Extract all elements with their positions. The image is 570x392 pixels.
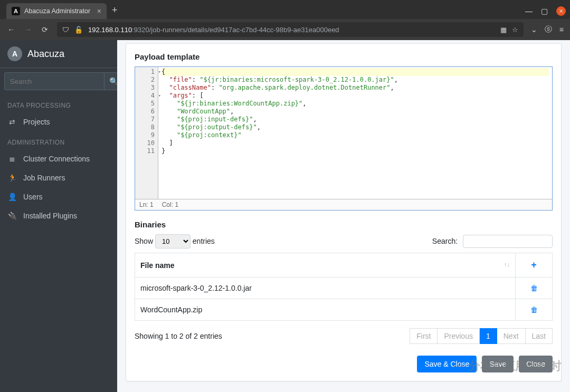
sidebar-item-users[interactable]: 👤Users <box>0 187 117 206</box>
tab-close-icon[interactable]: × <box>97 7 101 15</box>
col-add[interactable]: + <box>516 253 553 278</box>
editor-statusbar: Ln: 1 Col: 1 <box>135 199 552 210</box>
datatable-info: Showing 1 to 2 of 2 entries <box>135 332 222 340</box>
new-tab-button[interactable]: + <box>112 5 118 16</box>
editor-line-status: Ln: 1 <box>139 201 154 208</box>
file-name-cell: WordCountApp.zip <box>135 299 516 321</box>
show-label-pre: Show <box>135 237 153 245</box>
trash-icon: 🗑 <box>530 305 538 314</box>
details-panel: Payload template 1234567891011 { "file":… <box>126 43 562 381</box>
sidebar-item-label: Installed Plugins <box>23 212 77 220</box>
window-maximize-icon[interactable]: ▢ <box>541 7 548 15</box>
lock-insecure-icon[interactable]: 🔓 <box>74 26 83 34</box>
sidebar-item-installed-plugins[interactable]: 🔌Installed Plugins <box>0 206 117 225</box>
pager-first[interactable]: First <box>410 328 438 344</box>
datatable-controls: Show 10 entries Search: <box>135 234 553 248</box>
nav-forward-icon[interactable]: → <box>23 25 33 34</box>
datatable-search-input[interactable] <box>463 235 553 248</box>
window-minimize-icon[interactable]: — <box>525 7 533 15</box>
sidebar-item-cluster-connections[interactable]: ≣Cluster Connections <box>0 149 117 168</box>
delete-button[interactable]: 🗑 <box>516 278 553 299</box>
sidebar-item-label: Users <box>23 193 43 201</box>
pager-prev[interactable]: Previous <box>438 328 479 344</box>
editor-code[interactable]: { "file": "${jr:binaries:microsoft-spark… <box>158 67 552 199</box>
sidebar-search-input[interactable] <box>4 72 104 90</box>
pager-page-1[interactable]: 1 <box>480 328 497 344</box>
account-icon[interactable]: ⓢ <box>545 25 552 34</box>
runner-icon: 🏃 <box>7 174 17 182</box>
sidebar-item-label: Projects <box>23 118 50 126</box>
bookmark-star-icon[interactable]: ☆ <box>512 26 518 34</box>
favicon: A <box>12 7 20 15</box>
qr-icon[interactable]: ▦ <box>500 26 507 34</box>
plug-icon: 🔌 <box>7 212 17 220</box>
footer-buttons: Save & Close Save Close <box>135 356 553 372</box>
brand-name: Abacuza <box>27 49 64 60</box>
payload-template-heading: Payload template <box>135 52 553 61</box>
browser-toolbar: ← → ⟳ 🛡 🔓 192.168.0.110:9320/job-runners… <box>0 19 570 40</box>
save-close-button[interactable]: Save & Close <box>417 356 477 372</box>
menu-icon[interactable]: ≡ <box>559 25 564 34</box>
share-icon: ⇄ <box>7 118 17 126</box>
main-content: Payload template 1234567891011 { "file":… <box>117 40 570 392</box>
sidebar-item-job-runners[interactable]: 🏃Job Runners <box>0 168 117 187</box>
stack-icon: ≣ <box>7 155 17 163</box>
browser-titlebar: A Abacuza Administrator × + — ▢ × <box>0 0 570 19</box>
nav-reload-icon[interactable]: ⟳ <box>40 25 50 34</box>
sidebar-item-projects[interactable]: ⇄Projects <box>0 112 117 131</box>
binaries-heading: Binaries <box>135 220 553 229</box>
col-filename[interactable]: File name <box>135 253 516 278</box>
shield-icon[interactable]: 🛡 <box>62 26 69 34</box>
brand[interactable]: A Abacuza <box>0 40 117 68</box>
pager: First Previous 1 Next Last <box>410 328 553 344</box>
plus-icon: + <box>531 260 537 270</box>
table-row: microsoft-spark-3-0_2.12-1.0.0.jar🗑 <box>135 278 553 299</box>
sidebar-heading: DATA PROCESSING <box>0 94 117 112</box>
pocket-icon[interactable]: ⌄ <box>531 25 537 34</box>
nav-back-icon[interactable]: ← <box>6 25 16 34</box>
search-label: Search: <box>432 237 458 245</box>
app-sidebar: A Abacuza 🔍 DATA PROCESSING⇄ProjectsADMI… <box>0 40 117 392</box>
editor-gutter: 1234567891011 <box>135 67 158 199</box>
sidebar-item-label: Job Runners <box>23 174 65 182</box>
file-name-cell: microsoft-spark-3-0_2.12-1.0.0.jar <box>135 278 516 299</box>
save-button[interactable]: Save <box>482 356 514 372</box>
table-row: WordCountApp.zip🗑 <box>135 299 553 321</box>
sidebar-heading: ADMINISTRATION <box>0 131 117 149</box>
editor-col-status: Col: 1 <box>162 201 178 208</box>
browser-tab[interactable]: A Abacuza Administrator × <box>6 3 107 19</box>
sidebar-item-label: Cluster Connections <box>23 155 90 163</box>
pager-last[interactable]: Last <box>526 328 553 344</box>
search-icon: 🔍 <box>109 77 118 85</box>
url-bar[interactable]: 🛡 🔓 192.168.0.110:9320/job-runners/detai… <box>57 22 524 37</box>
url-host: 192.168.0.110 <box>88 26 132 34</box>
pager-next[interactable]: Next <box>497 328 526 344</box>
delete-button[interactable]: 🗑 <box>516 299 553 321</box>
tab-title: Abacuza Administrator <box>24 7 93 15</box>
binaries-table: File name + microsoft-spark-3-0_2.12-1.0… <box>135 253 553 321</box>
close-button[interactable]: Close <box>519 356 553 372</box>
url-path: :9320/job-runners/details/ed9417ac-c7bd-… <box>132 26 339 34</box>
window-close-icon[interactable]: × <box>556 6 566 16</box>
payload-editor[interactable]: 1234567891011 { "file": "${jr:binaries:m… <box>135 66 553 211</box>
trash-icon: 🗑 <box>530 284 538 292</box>
user-icon: 👤 <box>7 193 17 201</box>
brand-logo-icon: A <box>7 46 22 61</box>
page-size-select[interactable]: 10 <box>155 234 191 248</box>
show-label-post: entries <box>193 237 215 245</box>
